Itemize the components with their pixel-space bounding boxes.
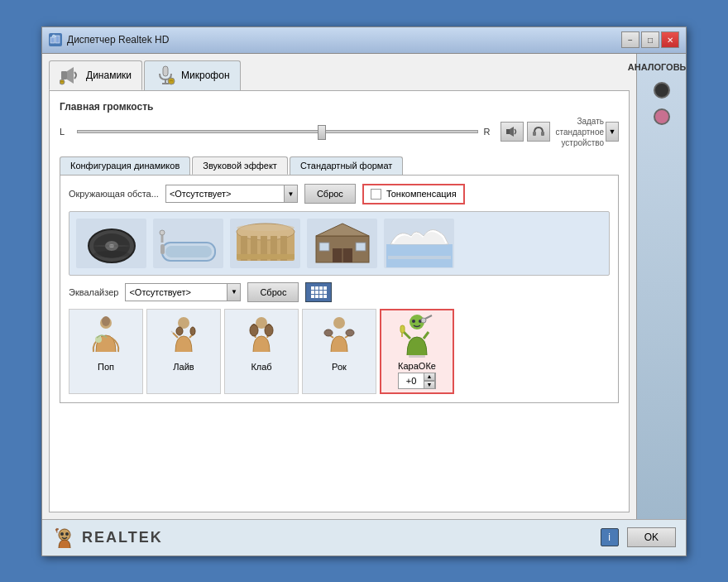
eq-label: Эквалайзер	[69, 287, 118, 297]
svg-rect-20	[165, 246, 212, 257]
svg-line-62	[424, 332, 429, 339]
inner-tabs: Конфигурация динамиков Звуковой эффект С…	[60, 156, 619, 176]
preset-rock[interactable]: Рок	[302, 309, 376, 394]
preset-live[interactable]: Лайв	[146, 309, 221, 394]
realtek-mascot-icon	[52, 525, 77, 550]
inner-tab-sound-effect[interactable]: Звуковой эффект	[192, 156, 288, 175]
headphone-button[interactable]	[527, 122, 550, 142]
env-reset-button[interactable]: Сброс	[304, 184, 356, 204]
svg-line-67	[425, 315, 432, 319]
window-title: Диспетчер Realtek HD	[67, 34, 169, 46]
maximize-button[interactable]: □	[641, 31, 659, 48]
effects-content: Окружающая обста... <Отсутствует> ▼ Сбро…	[60, 176, 619, 403]
sidebar-circle-pink[interactable]	[654, 108, 670, 125]
vol-right-label: R	[483, 127, 496, 137]
karaoke-up-button[interactable]: ▲	[424, 373, 435, 381]
svg-rect-0	[50, 37, 55, 43]
app-icon	[49, 33, 62, 46]
tab-microphone[interactable]: Микрофон	[144, 60, 240, 90]
svg-line-61	[404, 332, 410, 339]
eq-select[interactable]: <Отсутствует> ▼	[125, 283, 241, 301]
sidebar: АНАЛОГОВЫЙ	[636, 54, 686, 519]
inner-tab-standard-format[interactable]: Стандартный формат	[290, 156, 403, 175]
content-area: Главная громкость L R	[49, 90, 630, 512]
svg-rect-2	[61, 71, 67, 79]
realtek-text: REALTEK	[82, 529, 163, 546]
footer: REALTEK i OK	[42, 519, 686, 556]
speaker-icon	[60, 65, 81, 86]
svg-line-49	[171, 331, 173, 333]
mute-button[interactable]	[500, 122, 524, 142]
sidebar-circle-dark[interactable]	[654, 82, 670, 99]
title-controls: − □ ✕	[621, 31, 679, 48]
svg-point-54	[265, 325, 273, 336]
svg-point-53	[250, 325, 258, 336]
realtek-logo: REALTEK	[52, 525, 601, 550]
env-scene-bath[interactable]	[153, 219, 223, 268]
preset-pop-icon	[81, 313, 131, 358]
svg-point-17	[93, 245, 130, 247]
eq-select-text: <Отсутствует>	[126, 284, 227, 301]
svg-point-18	[93, 251, 130, 257]
preset-karaoke[interactable]: КараОКе +0 ▲ ▼	[380, 309, 454, 394]
svg-rect-9	[506, 129, 510, 134]
svg-point-55	[333, 317, 345, 329]
preset-pop[interactable]: Поп	[69, 309, 143, 394]
svg-rect-11	[533, 132, 536, 136]
env-label: Окружающая обста...	[69, 189, 159, 199]
headphone-icon	[532, 125, 545, 138]
env-images-row	[69, 211, 610, 276]
env-scene-barn[interactable]	[307, 219, 377, 268]
main-content: Динамики Микрофон	[42, 54, 636, 519]
volume-slider-thumb[interactable]	[318, 125, 326, 140]
env-row: Окружающая обста... <Отсутствует> ▼ Сбро…	[69, 184, 610, 204]
vol-left-label: L	[60, 127, 72, 137]
svg-point-68	[421, 318, 426, 323]
karaoke-down-button[interactable]: ▼	[424, 381, 435, 389]
toncomp-checkbox[interactable]	[371, 189, 381, 200]
minimize-button[interactable]: −	[621, 31, 639, 48]
svg-point-65	[412, 320, 415, 323]
svg-rect-40	[388, 256, 451, 259]
eq-reset-button[interactable]: Сброс	[247, 282, 299, 302]
preset-club[interactable]: Клаб	[224, 309, 299, 394]
env-select-text: <Отсутствует>	[166, 185, 284, 202]
tab-dynamics[interactable]: Динамики	[49, 60, 142, 90]
env-select-arrow[interactable]: ▼	[284, 185, 297, 202]
preset-karaoke-label: КараОКе	[398, 361, 436, 371]
eq-grid-button[interactable]	[305, 282, 332, 302]
preset-club-label: Клаб	[251, 362, 271, 372]
svg-rect-63	[400, 325, 405, 333]
env-scene-opera[interactable]	[384, 219, 454, 268]
env-scene-colosseum[interactable]	[230, 219, 300, 268]
env-scene-speaker[interactable]	[76, 219, 146, 268]
karaoke-value-row: +0 ▲ ▼	[398, 373, 436, 389]
inner-tab-config[interactable]: Конфигурация динамиков	[60, 156, 190, 175]
toncomp-label: Тонкомпенсация	[386, 189, 457, 199]
volume-section: Главная громкость L R	[60, 101, 619, 148]
svg-point-8	[168, 78, 175, 84]
preset-pop-label: Поп	[98, 362, 114, 372]
main-window: Диспетчер Realtek HD − □ ✕ Динам	[41, 26, 687, 556]
volume-slider-track[interactable]	[77, 130, 478, 133]
svg-rect-1	[55, 36, 60, 43]
env-select[interactable]: <Отсутствует> ▼	[165, 185, 298, 203]
svg-point-48	[190, 327, 195, 335]
speaker-mute-icon	[505, 125, 519, 138]
svg-marker-3	[67, 67, 74, 84]
eq-row: Эквалайзер <Отсутствует> ▼ Сброс	[69, 282, 610, 302]
ok-button[interactable]: OK	[627, 527, 676, 547]
tab-dynamics-label: Динамики	[86, 70, 132, 81]
svg-point-71	[60, 532, 64, 536]
svg-rect-5	[163, 66, 168, 76]
toncomp-box: Тонкомпенсация	[362, 184, 465, 204]
svg-rect-37	[356, 243, 366, 251]
eq-select-arrow[interactable]: ▼	[227, 284, 240, 301]
device-label: Задатьстандартноеустройство	[555, 116, 604, 148]
svg-point-58	[324, 329, 333, 336]
device-assign: Задатьстандартноеустройство ▼	[555, 116, 619, 148]
info-button[interactable]: i	[601, 528, 619, 546]
vol-controls	[500, 122, 550, 142]
close-button[interactable]: ✕	[661, 31, 679, 48]
device-dropdown-arrow[interactable]: ▼	[606, 122, 619, 142]
